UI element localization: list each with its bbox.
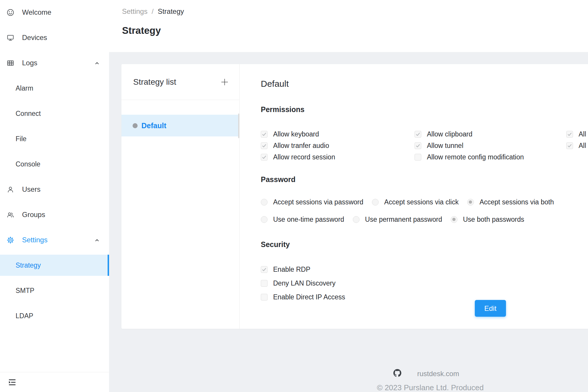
checkbox-label: All (579, 130, 586, 138)
sidebar-item-label: Users (22, 185, 100, 194)
sidebar-subitem-label: LDAP (16, 312, 33, 320)
breadcrumb-separator: / (152, 7, 154, 16)
sidebar-item-label: Groups (22, 211, 100, 219)
breadcrumb-current: Strategy (158, 7, 184, 16)
radio-label: Use permanent password (365, 216, 442, 223)
github-icon[interactable] (393, 369, 401, 378)
permissions-column-2: Allow clipboard Allow tunnel Allow remot… (415, 129, 566, 162)
radio-both-passwords[interactable]: Use both passwords (451, 216, 524, 223)
radio-label: Use one-time password (273, 216, 344, 223)
radio-icon (261, 199, 268, 206)
sidebar-item-devices[interactable]: Devices (0, 27, 109, 48)
list-scrollbar[interactable] (238, 114, 239, 138)
checkbox-icon (261, 131, 268, 138)
radio-permanent-password[interactable]: Use permanent password (353, 216, 442, 223)
checkbox-icon (415, 142, 421, 149)
strategy-list-body: Default (121, 100, 239, 136)
content-area: Strategy list Default (109, 52, 588, 392)
sidebar-subitem-label: Console (16, 160, 40, 168)
permissions-column-1: Allow keyboard Allow tranfer audio Allow… (261, 129, 415, 162)
security-heading: Security (261, 241, 588, 248)
user-icon (6, 186, 14, 194)
status-dot-icon (133, 123, 138, 128)
checkbox-label: Allow record session (273, 153, 335, 161)
monitor-icon (6, 34, 14, 42)
radio-label: Accept sessions via password (273, 198, 363, 206)
radio-icon (261, 216, 268, 223)
sidebar-subitem-label: Strategy (16, 261, 41, 269)
checkbox-label: Allow clipboard (427, 130, 472, 138)
strategy-list-panel: Strategy list Default (121, 64, 240, 329)
radio-icon (451, 216, 457, 223)
main-area: Settings / Strategy Strategy Strategy li… (109, 0, 588, 392)
breadcrumb-settings[interactable]: Settings (122, 7, 148, 16)
sidebar-item-settings[interactable]: Settings (0, 229, 109, 251)
smiley-icon (6, 9, 14, 16)
sidebar-item-console[interactable]: Console (0, 154, 109, 175)
checkbox-label: Enable Direct IP Access (273, 293, 345, 301)
sidebar-item-welcome[interactable]: Welcome (0, 2, 109, 23)
detail-title: Default (261, 79, 588, 88)
checkbox-allow-record-session[interactable]: Allow record session (261, 152, 415, 162)
checkbox-allow-clipboard[interactable]: Allow clipboard (415, 129, 566, 139)
sidebar-item-strategy[interactable]: Strategy (0, 255, 109, 276)
checkbox-deny-lan-discovery[interactable]: Deny LAN Discovery (261, 278, 588, 288)
strategy-detail-panel: Default Permissions Allow keyboard Allow… (240, 64, 588, 329)
radio-icon (372, 199, 379, 206)
sidebar-item-groups[interactable]: Groups (0, 204, 109, 225)
app-root: Welcome Devices (0, 0, 588, 392)
strategy-list-title: Strategy list (133, 77, 176, 87)
checkbox-allow-tunnel[interactable]: Allow tunnel (415, 141, 566, 151)
edit-button[interactable]: Edit (475, 300, 506, 317)
checkbox-label: Allow remote config modification (427, 153, 524, 161)
checkbox-icon (261, 154, 268, 161)
radio-one-time-password[interactable]: Use one-time password (261, 216, 344, 223)
permissions-grid: Allow keyboard Allow tranfer audio Allow… (261, 129, 588, 162)
chevron-up-icon (94, 60, 100, 66)
strategy-list-item-default[interactable]: Default (121, 115, 239, 136)
sidebar-item-alarm[interactable]: Alarm (0, 78, 109, 99)
sidebar-item-logs[interactable]: Logs (0, 52, 109, 74)
checkbox-label: Allow keyboard (273, 130, 319, 138)
checkbox-icon (261, 280, 268, 287)
add-strategy-button[interactable] (220, 77, 229, 87)
radio-accept-via-password[interactable]: Accept sessions via password (261, 198, 363, 206)
checkbox-allow-truncated-1[interactable]: All (566, 129, 588, 139)
sidebar-subitem-label: File (16, 135, 26, 143)
checkbox-icon (566, 142, 573, 149)
checkbox-icon (415, 131, 421, 138)
collapse-sidebar-icon[interactable] (7, 378, 17, 386)
password-heading: Password (261, 176, 588, 183)
sidebar-subitem-label: SMTP (16, 287, 34, 295)
checkbox-allow-truncated-2[interactable]: All (566, 141, 588, 151)
sidebar-item-label: Logs (22, 59, 94, 67)
sidebar-item-users[interactable]: Users (0, 179, 109, 200)
checkbox-allow-keyboard[interactable]: Allow keyboard (261, 129, 415, 139)
radio-accept-via-both[interactable]: Accept sessions via both (467, 198, 554, 206)
checkbox-enable-direct-ip[interactable]: Enable Direct IP Access (261, 292, 588, 302)
strategy-name: Default (141, 121, 166, 130)
sidebar-item-ldap[interactable]: LDAP (0, 305, 109, 326)
sidebar-item-label: Settings (22, 236, 94, 244)
checkbox-icon (261, 294, 268, 301)
checkbox-allow-transfer-audio[interactable]: Allow tranfer audio (261, 141, 415, 151)
sidebar-subitem-label: Connect (16, 110, 41, 118)
security-list: Enable RDP Deny LAN Discovery Enable Dir… (261, 265, 588, 302)
sidebar-item-smtp[interactable]: SMTP (0, 280, 109, 301)
checkbox-enable-rdp[interactable]: Enable RDP (261, 265, 588, 274)
chevron-up-icon (94, 237, 100, 243)
radio-accept-via-click[interactable]: Accept sessions via click (372, 198, 459, 206)
table-grid-icon (6, 59, 14, 67)
radio-label: Accept sessions via click (384, 198, 459, 206)
checkbox-allow-remote-config[interactable]: Allow remote config modification (415, 152, 566, 162)
sidebar-footer (0, 372, 109, 392)
footer-copyright: © 2023 Purslane Ltd. Produced (377, 383, 484, 392)
checkbox-label: Allow tranfer audio (273, 142, 329, 150)
sidebar-item-file[interactable]: File (0, 128, 109, 149)
checkbox-icon (261, 266, 268, 273)
footer-site-link[interactable]: rustdesk.com (417, 370, 459, 378)
sidebar-subitem-label: Alarm (16, 84, 33, 92)
sidebar-item-label: Devices (22, 34, 100, 42)
group-icon (6, 211, 14, 219)
sidebar-item-connect[interactable]: Connect (0, 103, 109, 124)
